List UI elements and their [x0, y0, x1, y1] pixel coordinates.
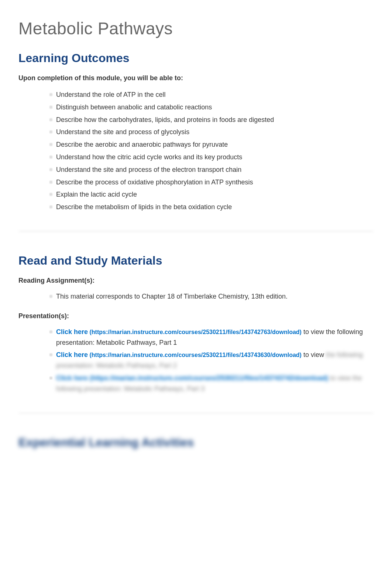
list-item: Click here (https://marian.instructure.c…: [56, 350, 374, 371]
learning-outcomes-list: Understand the role of ATP in the cell D…: [18, 89, 374, 212]
list-item: This material corresponds to Chapter 18 …: [56, 291, 374, 302]
read-study-heading: Read and Study Materials: [18, 254, 374, 268]
list-item: Describe the aerobic and anaerobic pathw…: [56, 139, 374, 150]
page-title: Metabolic Pathways: [18, 18, 374, 38]
presentation-link-1[interactable]: Click here: [56, 328, 88, 336]
presentation-list: Click here (https://marian.instructure.c…: [18, 327, 374, 394]
presentation-subheading: Presentation(s):: [18, 312, 374, 320]
list-item: Distinguish between anabolic and catabol…: [56, 102, 374, 113]
presentation-url-2[interactable]: (https://marian.instructure.com/courses/…: [88, 352, 302, 358]
presentation-link-2[interactable]: Click here: [56, 351, 88, 358]
reading-list: This material corresponds to Chapter 18 …: [18, 291, 374, 302]
learning-outcomes-intro: Upon completion of this module, you will…: [18, 74, 374, 82]
list-item: Understand how the citric acid cycle wor…: [56, 152, 374, 163]
section-divider: [18, 413, 374, 414]
list-item: Click here (https://marian.instructure.c…: [56, 327, 374, 348]
presentation-link-3-blurred: Click here (https://marian.instructure.c…: [56, 374, 328, 382]
list-item: Explain the lactic acid cycle: [56, 189, 374, 200]
list-item: Describe the process of oxidative phosph…: [56, 177, 374, 188]
list-item: Understand the role of ATP in the cell: [56, 89, 374, 100]
learning-outcomes-heading: Learning Outcomes: [18, 51, 374, 65]
list-item: Understand the site and process of glyco…: [56, 127, 374, 137]
presentation-tail-3-prefix-blurred: to view: [328, 374, 351, 382]
section-divider: [18, 231, 374, 232]
experiential-heading-blurred: Experiential Learning Activities: [18, 436, 374, 449]
presentation-tail-2-prefix: to view: [302, 351, 324, 358]
list-item: Describe the metabolism of lipids in the…: [56, 202, 374, 212]
list-item: Describe how the carbohydrates, lipids, …: [56, 115, 374, 125]
list-item: Click here (https://marian.instructure.c…: [56, 373, 374, 394]
reading-assignment-subheading: Reading Assignment(s):: [18, 277, 374, 285]
list-item: Understand the site and process of the e…: [56, 164, 374, 175]
presentation-url-1[interactable]: (https://marian.instructure.com/courses/…: [88, 329, 302, 335]
